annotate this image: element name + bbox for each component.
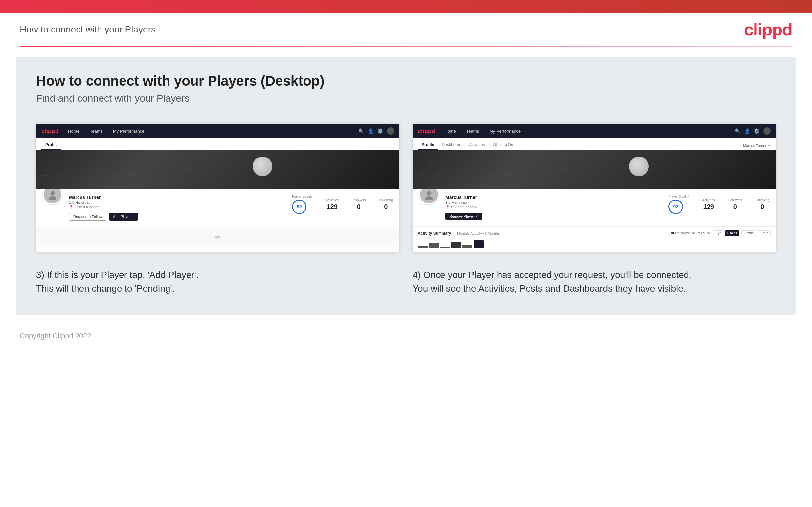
avatar-icon-2[interactable] [763, 127, 771, 134]
plus-icon-1: + [132, 215, 134, 219]
copyright-text: Copyright Clippd 2022 [20, 332, 91, 340]
chart-bar-3 [440, 247, 450, 248]
mock-nav-teams-2[interactable]: Teams [465, 129, 480, 133]
chart-bar-2 [429, 243, 439, 248]
caption-left: 3) If this is your Player tap, 'Add Play… [36, 268, 399, 296]
stat-followers-2: Followers 0 [728, 198, 742, 211]
avatar-icon-1[interactable] [387, 127, 394, 134]
stat-activities-1: Activities 129 [326, 198, 339, 211]
tab-player-name-right: Marcus Turner ▼ [743, 141, 771, 150]
search-icon-2[interactable]: 🔍 [735, 128, 741, 133]
stat-quality-2: Player Quality 92 [668, 194, 689, 214]
svg-point-3 [425, 196, 433, 200]
mock-nav-teams-1[interactable]: Teams [89, 129, 104, 133]
page-subtitle: Find and connect with your Players [36, 93, 776, 104]
svg-point-0 [51, 191, 55, 195]
activity-header: Activity Summary Monthly Activity · 6 Mo… [418, 230, 771, 236]
chart-bar-4 [451, 242, 461, 248]
stat-followers-1: Followers 0 [352, 198, 366, 211]
player-name-2: Marcus Turner [445, 194, 655, 200]
screenshot-2: clippd Home Teams My Performance 🔍 👤 ⚙️ … [413, 124, 776, 252]
quality-circle-2: 92 [668, 200, 683, 214]
location-1: 📍 United Kingdom [69, 205, 279, 209]
hero-svg-2 [413, 150, 776, 189]
handicap-2: 1-5 Handicap [445, 201, 655, 205]
avatar-svg-2 [424, 189, 434, 200]
screenshot-1: clippd Home Teams My Performance 🔍 👤 ⚙️ … [36, 124, 399, 252]
hero-svg-1 [36, 150, 399, 189]
on-course-dot [671, 232, 674, 234]
mock-buttons-2: Remove Player ✕ [445, 213, 655, 220]
close-icon: ✕ [475, 215, 478, 218]
user-icon-2[interactable]: 👤 [744, 128, 750, 133]
profile-details-2: Marcus Turner 1-5 Handicap 📍 United King… [445, 194, 655, 220]
caption-right: 4) Once your Player has accepted your re… [413, 268, 776, 296]
avatar-svg-1 [47, 189, 58, 200]
clippd-logo: clippd [744, 20, 792, 39]
mock-hero-2 [413, 150, 776, 189]
mock-nav-performance-2[interactable]: My Performance [488, 129, 522, 133]
legend-off-course: Off course [692, 231, 711, 235]
footer: Copyright Clippd 2022 [0, 325, 812, 347]
chart-bar-6 [474, 240, 484, 248]
time-btn-1mth[interactable]: 1 mth [758, 230, 771, 236]
page-title: How to connect with your Players (Deskto… [36, 73, 776, 89]
settings-icon-2[interactable]: ⚙️ [754, 128, 759, 133]
mock-stats-1: Player Quality 92 Activities 129 Followe… [292, 194, 393, 214]
time-btn-1yr[interactable]: 1 yr [713, 230, 723, 236]
tab-profile-2[interactable]: Profile [418, 140, 438, 150]
user-icon-1[interactable]: 👤 [368, 128, 373, 133]
chart-bar-1 [418, 246, 428, 248]
off-course-dot [692, 232, 695, 234]
mock-hero-1 [36, 150, 399, 189]
mock-nav-home-1[interactable]: Home [67, 129, 81, 133]
mock-tabs-1: Profile [36, 138, 399, 150]
screenshots-row: clippd Home Teams My Performance 🔍 👤 ⚙️ … [36, 124, 776, 252]
location-icon-1: 📍 [69, 205, 73, 209]
mock-profile-2: Marcus Turner 1-5 Handicap 📍 United King… [413, 189, 776, 226]
legend-on-course: On course [671, 231, 690, 235]
stat-following-1: Following 0 [379, 198, 393, 211]
chart-area [418, 238, 771, 248]
profile-details-1: Marcus Turner 1-5 Handicap 📍 United King… [69, 194, 279, 221]
remove-player-button[interactable]: Remove Player ✕ [445, 213, 482, 220]
tab-dashboard-2[interactable]: Dashboard [438, 140, 465, 150]
stat-following-2: Following 0 [756, 198, 769, 211]
mock-nav-icons-2: 🔍 👤 ⚙️ [735, 127, 771, 134]
pen-icon: ✏ [214, 233, 221, 242]
header: How to connect with your Players clippd [0, 13, 812, 46]
activity-subtitle: Monthly Activity · 6 Months [457, 231, 500, 235]
mock-nav-performance-1[interactable]: My Performance [112, 129, 146, 133]
mock-nav-home-2[interactable]: Home [443, 129, 457, 133]
mock-logo-2: clippd [418, 128, 435, 134]
activity-summary: Activity Summary Monthly Activity · 6 Mo… [413, 226, 776, 252]
settings-icon-1[interactable]: ⚙️ [377, 128, 383, 133]
chevron-down-icon: ▼ [768, 144, 771, 147]
activity-title: Activity Summary [418, 231, 451, 236]
tab-activities-2[interactable]: Activities [465, 140, 489, 150]
mock-buttons-1: Request to Follow Add Player + [69, 213, 279, 221]
tab-what-to-on-2[interactable]: What To On [489, 140, 517, 150]
tab-profile-1[interactable]: Profile [41, 140, 61, 150]
svg-point-1 [49, 196, 56, 200]
mock-stats-2: Player Quality 92 Activities 129 Followe… [668, 194, 769, 214]
mock-tabs-2: Profile Dashboard Activities What To On … [413, 138, 776, 150]
player-name-1: Marcus Turner [69, 194, 279, 200]
top-bar [0, 0, 812, 13]
mock-nav-2: clippd Home Teams My Performance 🔍 👤 ⚙️ [413, 124, 776, 138]
search-icon-1[interactable]: 🔍 [358, 128, 364, 133]
request-follow-button[interactable]: Request to Follow [69, 213, 106, 221]
chart-bar-5 [462, 245, 472, 248]
svg-point-2 [427, 191, 431, 195]
main-content: How to connect with your Players (Deskto… [16, 57, 796, 315]
location-2: 📍 United Kingdom [445, 205, 655, 209]
quality-circle-1: 92 [292, 200, 306, 214]
stat-quality-1: Player Quality 92 [292, 194, 312, 214]
time-btn-6mths[interactable]: 6 mths [725, 230, 740, 236]
mock-nav-1: clippd Home Teams My Performance 🔍 👤 ⚙️ [36, 124, 399, 138]
time-btn-3mths[interactable]: 3 mths [742, 230, 756, 236]
stat-activities-2: Activities 129 [702, 198, 715, 211]
add-player-button[interactable]: Add Player + [109, 213, 138, 221]
activity-controls: On course Off course 1 yr 6 mths 3 mths … [671, 230, 771, 236]
mock-bottom-1: ✏ [36, 227, 399, 247]
